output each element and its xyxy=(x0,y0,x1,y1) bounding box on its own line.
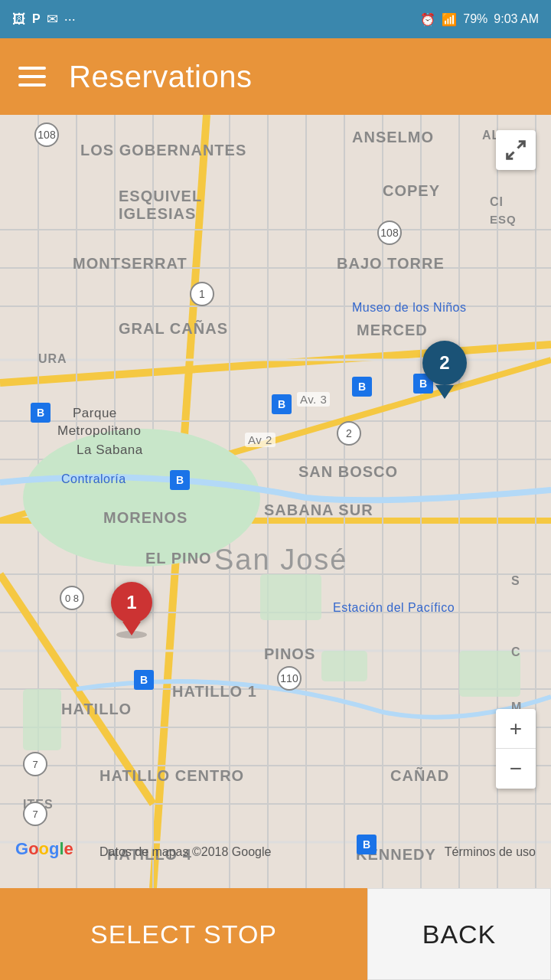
transit-icon-6 xyxy=(134,670,154,690)
fullscreen-button[interactable] xyxy=(496,130,536,170)
svg-rect-35 xyxy=(321,651,367,681)
status-left-icons: 🖼 P ✉ ··· xyxy=(12,11,76,28)
map-background xyxy=(0,115,551,888)
marker-1-label: 1 xyxy=(111,582,152,623)
dots-icon: ··· xyxy=(64,11,76,28)
marker-red-shape: 1 xyxy=(111,582,152,631)
status-bar: 🖼 P ✉ ··· ⏰ 📶 79% 9:03 AM xyxy=(0,0,551,38)
mail-icon: ✉ xyxy=(47,11,58,28)
marker-2-label: 2 xyxy=(422,341,467,385)
svg-rect-36 xyxy=(23,689,61,750)
svg-point-33 xyxy=(23,429,260,567)
transit-icon-3 xyxy=(352,377,372,397)
bottom-bar: SELECT STOP BACK xyxy=(0,888,551,980)
map-terms: Términos de uso xyxy=(445,845,536,859)
wifi-icon: 📶 xyxy=(442,12,457,27)
alarm-icon: ⏰ xyxy=(420,12,435,27)
p-icon: P xyxy=(32,12,41,26)
map-container[interactable]: LOS GOBERNANTES ANSELMO ALVAR ESQUIVEL I… xyxy=(0,115,551,888)
image-icon: 🖼 xyxy=(12,11,26,28)
map-marker-2[interactable]: 2 xyxy=(422,341,467,390)
select-stop-button[interactable]: SELECT STOP xyxy=(0,888,367,980)
transit-icon-2 xyxy=(272,394,292,414)
svg-rect-37 xyxy=(459,651,520,697)
transit-icon-7 xyxy=(357,835,377,854)
svg-rect-34 xyxy=(260,574,321,620)
back-button[interactable]: BACK xyxy=(367,888,551,980)
zoom-in-button[interactable]: + xyxy=(496,709,536,749)
battery-text: 79% xyxy=(463,12,487,26)
transit-icon-5 xyxy=(170,470,190,490)
marker-1-tail xyxy=(122,622,141,635)
transit-icon-1 xyxy=(31,403,51,423)
hamburger-menu-button[interactable] xyxy=(18,67,46,87)
marker-blue-shape: 2 xyxy=(422,341,467,390)
time-display: 9:03 AM xyxy=(494,12,539,26)
map-marker-1[interactable]: 1 xyxy=(111,582,152,639)
page-title: Reservations xyxy=(69,60,252,94)
status-right-icons: ⏰ 📶 79% 9:03 AM xyxy=(420,12,539,27)
google-g: G xyxy=(15,839,28,858)
zoom-out-button[interactable]: − xyxy=(496,749,536,789)
map-attribution: Datos de mapas ©2018 Google xyxy=(99,845,271,859)
zoom-controls: + − xyxy=(496,709,536,789)
app-bar: Reservations xyxy=(0,38,551,115)
google-logo: Google xyxy=(15,839,73,859)
marker-2-tail xyxy=(435,385,454,399)
